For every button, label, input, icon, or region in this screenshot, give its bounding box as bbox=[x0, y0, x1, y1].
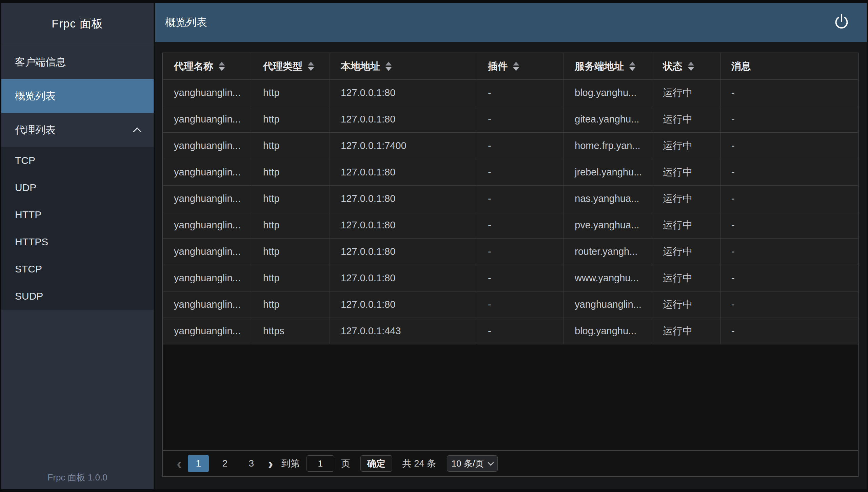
prev-page-button[interactable]: ‹ bbox=[173, 456, 185, 471]
column-label: 插件 bbox=[488, 60, 508, 73]
column-label: 代理类型 bbox=[263, 60, 302, 73]
next-page-button[interactable]: › bbox=[264, 456, 276, 471]
table-cell: - bbox=[721, 186, 858, 212]
column-header-message: 消息 bbox=[721, 53, 858, 79]
sidebar-item-https[interactable]: HTTPS bbox=[1, 228, 154, 256]
confirm-button[interactable]: 确定 bbox=[360, 455, 392, 472]
table-cell: jrebel.yanghu... bbox=[564, 159, 652, 185]
sort-caret-icon[interactable] bbox=[219, 62, 225, 71]
table-row: yanghuanglin... http 127.0.0.1:80 - www.… bbox=[163, 265, 858, 291]
sidebar-item-udp[interactable]: UDP bbox=[1, 174, 154, 201]
table-cell: - bbox=[477, 159, 564, 185]
content-area: 代理名称 代理类型 本地地址 插件 bbox=[155, 42, 867, 489]
sidebar-item-label: 代理列表 bbox=[15, 123, 56, 137]
proxy-submenu: TCP UDP HTTP HTTPS STCP SUDP bbox=[1, 147, 154, 310]
page-size-select[interactable]: 10 条/页 bbox=[447, 455, 498, 472]
table-cell: - bbox=[477, 291, 564, 318]
status-badge: 运行中 bbox=[652, 106, 721, 132]
main-area: 概览列表 代理名称 代理类型 bbox=[155, 3, 867, 489]
table-cell: yanghuanglin... bbox=[163, 318, 252, 344]
total-count-label: 共 24 条 bbox=[402, 457, 436, 470]
sidebar-item-client-info[interactable]: 客户端信息 bbox=[1, 45, 154, 79]
status-badge: 运行中 bbox=[652, 318, 721, 344]
table-cell: 127.0.0.1:80 bbox=[330, 212, 477, 238]
table-cell: - bbox=[721, 265, 858, 291]
table-row: yanghuanglin... http 127.0.0.1:80 - nas.… bbox=[163, 186, 858, 212]
table-cell: yanghuanglin... bbox=[163, 159, 252, 185]
table-cell: yanghuanglin... bbox=[163, 239, 252, 265]
sort-caret-icon[interactable] bbox=[688, 62, 694, 71]
table-cell: - bbox=[721, 159, 858, 185]
top-header-bar: 概览列表 bbox=[155, 3, 867, 42]
table-cell: - bbox=[477, 133, 564, 159]
sidebar-item-tcp[interactable]: TCP bbox=[1, 147, 154, 174]
column-header-server-addr[interactable]: 服务端地址 bbox=[564, 53, 652, 79]
sort-caret-icon[interactable] bbox=[386, 62, 392, 71]
page-button-2[interactable]: 2 bbox=[214, 455, 235, 472]
table-empty-space bbox=[163, 344, 858, 450]
table-cell: http bbox=[252, 133, 330, 159]
page-button-1[interactable]: 1 bbox=[188, 455, 209, 472]
table-cell: 127.0.0.1:80 bbox=[330, 291, 477, 318]
table-cell: - bbox=[477, 318, 564, 344]
table-cell: http bbox=[252, 291, 330, 318]
table-cell: - bbox=[721, 212, 858, 238]
table-cell: http bbox=[252, 80, 330, 106]
column-header-proxy-name[interactable]: 代理名称 bbox=[163, 53, 252, 79]
column-header-local-addr[interactable]: 本地地址 bbox=[330, 53, 477, 79]
table-cell: - bbox=[477, 80, 564, 106]
table-row: yanghuanglin... http 127.0.0.1:80 - rout… bbox=[163, 239, 858, 265]
sidebar-item-sudp[interactable]: SUDP bbox=[1, 283, 154, 310]
table-cell: - bbox=[477, 212, 564, 238]
column-header-status[interactable]: 状态 bbox=[652, 53, 721, 79]
sidebar-item-http[interactable]: HTTP bbox=[1, 201, 154, 228]
page-button-3[interactable]: 3 bbox=[241, 455, 262, 472]
table-cell: http bbox=[252, 212, 330, 238]
table-cell: 127.0.0.1:80 bbox=[330, 106, 477, 132]
table-cell: router.yangh... bbox=[564, 239, 652, 265]
table-row: yanghuanglin... http 127.0.0.1:80 - pve.… bbox=[163, 212, 858, 239]
table-cell: http bbox=[252, 239, 330, 265]
table-cell: home.frp.yan... bbox=[564, 133, 652, 159]
table-cell: - bbox=[721, 80, 858, 106]
table-cell: - bbox=[477, 265, 564, 291]
page-size-label: 10 条/页 bbox=[452, 458, 484, 470]
sort-caret-icon[interactable] bbox=[629, 62, 635, 71]
chevron-up-icon bbox=[133, 127, 141, 135]
power-button[interactable] bbox=[831, 12, 852, 33]
table-cell: yanghuanglin... bbox=[163, 212, 252, 238]
overview-table: 代理名称 代理类型 本地地址 插件 bbox=[162, 53, 859, 477]
power-icon bbox=[832, 13, 851, 32]
goto-page-input[interactable] bbox=[307, 455, 334, 472]
sidebar-item-stcp[interactable]: STCP bbox=[1, 256, 154, 283]
table-cell: yanghuanglin... bbox=[564, 291, 652, 318]
sidebar-spacer bbox=[1, 310, 154, 466]
pagination-bar: ‹ 1 2 3 › 到第 页 确定 共 24 条 10 条/页 bbox=[163, 450, 858, 476]
sidebar-item-label: HTTPS bbox=[15, 236, 48, 248]
table-header-row: 代理名称 代理类型 本地地址 插件 bbox=[163, 53, 858, 80]
status-badge: 运行中 bbox=[652, 186, 721, 212]
table-cell: http bbox=[252, 159, 330, 185]
table-cell: - bbox=[721, 318, 858, 344]
column-header-plugin[interactable]: 插件 bbox=[477, 53, 564, 79]
sidebar-item-proxy-list[interactable]: 代理列表 bbox=[1, 113, 154, 147]
sidebar-item-label: STCP bbox=[15, 263, 42, 275]
table-cell: blog.yanghu... bbox=[564, 80, 652, 106]
sidebar-item-label: SUDP bbox=[15, 290, 43, 302]
table-cell: - bbox=[477, 239, 564, 265]
table-cell: 127.0.0.1:80 bbox=[330, 265, 477, 291]
table-cell: yanghuanglin... bbox=[163, 186, 252, 212]
sidebar-item-label: TCP bbox=[15, 155, 35, 166]
table-cell: - bbox=[721, 106, 858, 132]
app-window: Frpc 面板 客户端信息 概览列表 代理列表 TCP UDP HTTP HTT… bbox=[1, 3, 867, 489]
column-header-proxy-type[interactable]: 代理类型 bbox=[252, 53, 330, 79]
table-cell: 127.0.0.1:7400 bbox=[330, 133, 477, 159]
table-cell: 127.0.0.1:80 bbox=[330, 239, 477, 265]
sort-caret-icon[interactable] bbox=[308, 62, 314, 71]
status-badge: 运行中 bbox=[652, 291, 721, 318]
table-cell: http bbox=[252, 186, 330, 212]
table-cell: yanghuanglin... bbox=[163, 291, 252, 318]
goto-page-label: 到第 bbox=[281, 457, 300, 470]
sidebar-item-overview[interactable]: 概览列表 bbox=[1, 79, 154, 113]
sort-caret-icon[interactable] bbox=[513, 62, 519, 71]
